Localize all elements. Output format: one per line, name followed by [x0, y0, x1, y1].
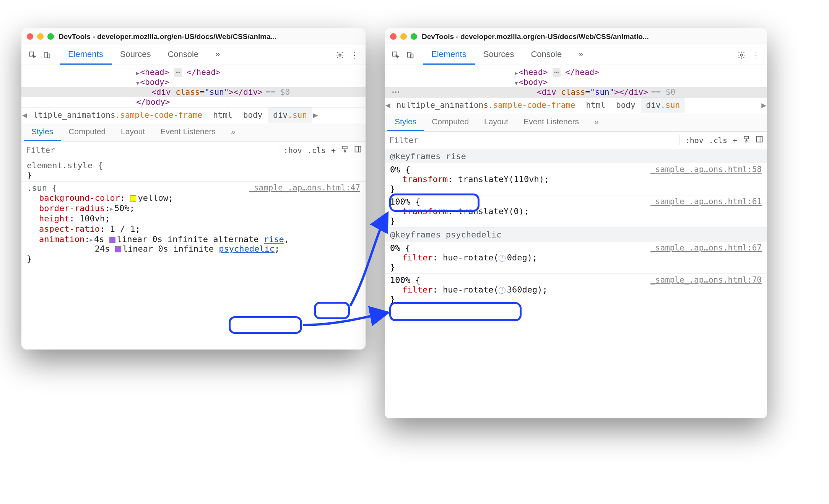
svg-rect-5: [344, 151, 345, 152]
tab-more[interactable]: »: [570, 45, 592, 65]
dom-tree[interactable]: ▶<head> ⋯ </head> ▼<body> <div class="su…: [385, 65, 767, 97]
collapsed-icon[interactable]: ⋯: [553, 68, 561, 77]
titlebar[interactable]: DevTools - developer.mozilla.org/en-US/d…: [21, 28, 366, 45]
maximize-icon[interactable]: [411, 33, 417, 40]
tab-elements[interactable]: Elements: [423, 45, 475, 65]
hov-toggle[interactable]: :hov: [685, 136, 704, 145]
keyframes-link-rise[interactable]: rise: [264, 234, 284, 244]
row-actions-icon[interactable]: [392, 91, 399, 93]
chevron-left-icon[interactable]: ◀: [21, 111, 28, 120]
inspect-element-icon[interactable]: [389, 49, 402, 62]
tab-console[interactable]: Console: [159, 45, 207, 65]
crumb-html[interactable]: html: [208, 107, 238, 123]
kebab-menu-icon[interactable]: ⋮: [348, 49, 361, 62]
styles-pane[interactable]: @keyframes rise _sample_.ap…ons.html:58 …: [385, 149, 767, 418]
minimize-icon[interactable]: [37, 33, 44, 40]
maximize-icon[interactable]: [47, 33, 54, 40]
collapsed-icon[interactable]: ⋯: [174, 68, 182, 77]
computed-pane-icon[interactable]: [354, 145, 362, 155]
chevron-left-icon[interactable]: ◀: [385, 101, 391, 110]
chevron-right-icon[interactable]: ▶: [312, 111, 319, 120]
styles-subtabs: Styles Computed Layout Event Listeners »: [385, 113, 767, 132]
breadcrumb[interactable]: ◀ ltiple_animations.sample-code-frame ht…: [21, 107, 366, 123]
new-rule-button[interactable]: +: [733, 136, 737, 145]
settings-icon[interactable]: [333, 49, 346, 62]
subtab-more[interactable]: »: [223, 123, 243, 141]
subtab-event-listeners[interactable]: Event Listeners: [516, 113, 587, 131]
filter-input[interactable]: [21, 143, 278, 157]
subtab-computed[interactable]: Computed: [61, 123, 113, 141]
close-icon[interactable]: [390, 33, 397, 40]
svg-point-11: [740, 54, 743, 56]
breadcrumb[interactable]: ◀ nultiple_animations.sample-code-frame …: [385, 97, 767, 113]
crumb-body[interactable]: body: [238, 107, 268, 123]
decl-animation[interactable]: animation:▶4s linear 0s infinite alterna…: [39, 234, 360, 254]
subtab-styles[interactable]: Styles: [24, 123, 61, 141]
source-location[interactable]: _sample_.ap…ons.html:58: [650, 165, 762, 174]
computed-pane-icon[interactable]: [756, 135, 763, 145]
color-swatch-icon[interactable]: [130, 195, 136, 202]
settings-icon[interactable]: [735, 49, 748, 62]
keyframes-header-rise[interactable]: @keyframes rise: [385, 149, 767, 163]
source-location[interactable]: _sample_.ap…ons.html:70: [650, 275, 762, 285]
filter-input[interactable]: [385, 133, 679, 147]
paint-icon[interactable]: [743, 135, 750, 145]
hov-toggle[interactable]: :hov: [284, 146, 302, 155]
kebab-menu-icon[interactable]: ⋮: [749, 49, 762, 62]
subtab-layout[interactable]: Layout: [113, 123, 153, 141]
chevron-right-icon[interactable]: ▶: [761, 101, 767, 110]
keyframes-header-psychedelic[interactable]: @keyframes psychedelic: [385, 228, 767, 242]
element-style-rule: element.style { }: [21, 159, 366, 182]
crumb-body[interactable]: body: [611, 98, 641, 113]
subtab-event-listeners[interactable]: Event Listeners: [153, 123, 223, 141]
device-toolbar-icon[interactable]: [404, 49, 417, 62]
subtab-more[interactable]: »: [587, 113, 606, 131]
paint-icon[interactable]: [341, 145, 349, 155]
inspect-element-icon[interactable]: [26, 49, 39, 62]
source-location[interactable]: _sample_.ap…ons.html:61: [650, 197, 762, 206]
subtab-styles[interactable]: Styles: [387, 113, 424, 131]
tab-elements[interactable]: Elements: [60, 45, 112, 65]
cls-toggle[interactable]: .cls: [307, 146, 326, 155]
crumb-div[interactable]: div.sun: [641, 98, 686, 113]
easing-swatch-icon[interactable]: [115, 246, 121, 252]
dom-tree[interactable]: ▶<head> ⋯ </head> ▼<body> <div class="su…: [21, 65, 366, 107]
svg-rect-12: [744, 137, 749, 139]
decl-aspect-ratio[interactable]: aspect-ratio: 1 / 1;: [39, 224, 360, 234]
keyframe-step[interactable]: _sample_.ap…ons.html:70 100% { filter: h…: [385, 274, 767, 306]
crumb-frame[interactable]: ltiple_animations.sample-code-frame: [28, 107, 208, 123]
tab-console[interactable]: Console: [522, 45, 570, 65]
subtab-layout[interactable]: Layout: [476, 113, 516, 131]
easing-swatch-icon[interactable]: [109, 237, 115, 243]
angle-swatch-icon[interactable]: [499, 255, 506, 262]
new-rule-button[interactable]: +: [331, 146, 336, 155]
angle-swatch-icon[interactable]: [499, 287, 506, 294]
main-toolbar: Elements Sources Console » ⋮: [21, 45, 366, 65]
crumb-div[interactable]: div.sun: [268, 107, 312, 123]
window-controls: [390, 33, 417, 40]
tab-more[interactable]: »: [207, 45, 228, 65]
minimize-icon[interactable]: [400, 33, 407, 40]
selected-element-row[interactable]: <div class="sun"></div>== $0: [385, 87, 767, 97]
decl-background-color[interactable]: background-color: yellow;: [39, 193, 360, 203]
keyframe-step[interactable]: _sample_.ap…ons.html:67 0% { filter: hue…: [385, 242, 767, 273]
keyframe-step[interactable]: _sample_.ap…ons.html:58 0% { transform: …: [385, 163, 767, 195]
crumb-html[interactable]: html: [580, 98, 611, 113]
source-location[interactable]: _sample_.ap…ons.html:67: [650, 243, 762, 252]
keyframes-link-psychedelic[interactable]: psychedelic: [219, 244, 275, 254]
titlebar[interactable]: DevTools - developer.mozilla.org/en-US/d…: [385, 28, 767, 45]
keyframe-step[interactable]: _sample_.ap…ons.html:61 100% { transform…: [385, 195, 767, 227]
tab-sources[interactable]: Sources: [112, 45, 159, 65]
close-icon[interactable]: [27, 33, 33, 40]
svg-rect-4: [343, 146, 347, 149]
cls-toggle[interactable]: .cls: [709, 136, 727, 145]
subtab-computed[interactable]: Computed: [424, 113, 476, 131]
source-location[interactable]: _sample_.ap…ons.html:47: [249, 183, 360, 192]
decl-height[interactable]: height: 100vh;: [39, 213, 360, 224]
selected-element-row[interactable]: <div class="sun"></div>== $0: [21, 87, 366, 97]
tab-sources[interactable]: Sources: [475, 45, 523, 65]
decl-border-radius[interactable]: border-radius:▶50%;: [39, 203, 360, 213]
crumb-frame[interactable]: nultiple_animations.sample-code-frame: [391, 98, 581, 113]
device-toolbar-icon[interactable]: [41, 49, 54, 62]
styles-pane[interactable]: element.style { } _sample_.ap…ons.html:4…: [21, 159, 366, 350]
